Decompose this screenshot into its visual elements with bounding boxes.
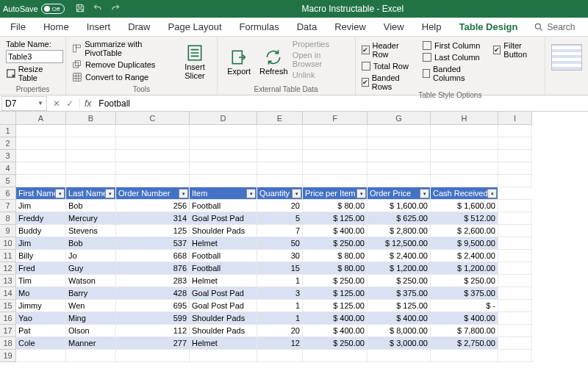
row-header[interactable]: 8 (0, 212, 16, 225)
check-total-row[interactable]: Total Row (362, 62, 412, 71)
cell[interactable]: $ 2,400.00 (431, 250, 498, 262)
column-header[interactable]: H (431, 112, 498, 125)
cell[interactable] (303, 125, 368, 137)
cell[interactable] (257, 162, 303, 175)
tab-page-layout[interactable]: Page Layout (161, 18, 229, 35)
cell[interactable]: 7 (257, 225, 303, 237)
fx-icon[interactable]: fx (80, 98, 96, 109)
row-header[interactable]: 18 (0, 337, 16, 350)
cell[interactable] (498, 175, 532, 187)
cell[interactable]: Barry (66, 287, 116, 300)
insert-slicer-button[interactable]: Insert Slicer (179, 40, 210, 84)
cell[interactable]: $ 250.00 (303, 237, 368, 250)
tab-formulas[interactable]: Formulas (232, 18, 287, 35)
spreadsheet-grid[interactable]: ABCDEFGHI 12345678910111213141516171819 … (0, 112, 588, 382)
cell[interactable]: Cole (16, 337, 66, 350)
cell[interactable]: 1 (257, 300, 303, 312)
cell[interactable]: 314 (116, 212, 190, 225)
cancel-icon[interactable]: ✕ (53, 98, 60, 109)
table-header-cell[interactable]: Order Price▾ (368, 187, 431, 200)
row-header[interactable]: 9 (0, 225, 16, 237)
cell[interactable]: $ 125.00 (303, 287, 368, 300)
cell[interactable]: Goal Post Pad (190, 287, 257, 300)
row-header[interactable]: 5 (0, 175, 16, 187)
filter-icon[interactable]: ▾ (179, 189, 188, 198)
cell[interactable]: 277 (116, 337, 190, 350)
save-icon[interactable] (75, 3, 85, 15)
cell[interactable]: Mo (16, 287, 66, 300)
cell[interactable]: $ 125.00 (303, 212, 368, 225)
cell[interactable] (368, 137, 431, 150)
enter-icon[interactable]: ✓ (66, 98, 74, 109)
cell[interactable] (257, 150, 303, 162)
cell[interactable] (257, 125, 303, 137)
cell[interactable] (116, 175, 190, 187)
cell[interactable] (16, 350, 66, 362)
cell[interactable]: 112 (116, 325, 190, 337)
cell[interactable]: Jim (16, 237, 66, 250)
check-filter-button[interactable]: ✔Filter Button (493, 41, 539, 59)
cell[interactable]: 5 (257, 212, 303, 225)
cell[interactable] (66, 350, 116, 362)
cell[interactable]: $ 1,200.00 (368, 262, 431, 275)
table-style-preview[interactable] (551, 44, 582, 71)
check-last-column[interactable]: Last Column (423, 53, 483, 62)
cell[interactable]: Jimmy (16, 300, 66, 312)
cell[interactable] (190, 162, 257, 175)
cell[interactable]: Football (190, 250, 257, 262)
cell[interactable]: $ 400.00 (303, 312, 368, 325)
cell[interactable] (431, 162, 498, 175)
cell[interactable]: 537 (116, 237, 190, 250)
cell[interactable]: $ 80.00 (303, 262, 368, 275)
cell[interactable] (66, 137, 116, 150)
column-header[interactable]: G (368, 112, 431, 125)
cell[interactable] (368, 175, 431, 187)
cell[interactable] (190, 125, 257, 137)
cell[interactable] (498, 162, 532, 175)
cell[interactable] (431, 175, 498, 187)
cell[interactable]: Tim (16, 275, 66, 287)
cell[interactable]: $ 1,600.00 (368, 200, 431, 212)
cell[interactable]: Helmet (190, 237, 257, 250)
cell[interactable] (16, 137, 66, 150)
cell[interactable]: $ 1,600.00 (431, 200, 498, 212)
cell[interactable]: $ 2,800.00 (368, 225, 431, 237)
column-header[interactable]: I (498, 112, 532, 125)
row-header[interactable]: 11 (0, 250, 16, 262)
cell[interactable]: Buddy (16, 225, 66, 237)
cell[interactable] (368, 125, 431, 137)
cell[interactable]: $ 2,750.00 (431, 337, 498, 350)
cell[interactable] (257, 137, 303, 150)
cell[interactable]: Wen (66, 300, 116, 312)
cell[interactable]: $ 250.00 (431, 275, 498, 287)
tab-table-design[interactable]: Table Design (452, 18, 526, 35)
tab-help[interactable]: Help (415, 18, 449, 35)
cell[interactable]: Yao (16, 312, 66, 325)
cell[interactable] (116, 150, 190, 162)
cell[interactable]: 50 (257, 237, 303, 250)
cell[interactable]: Billy (16, 250, 66, 262)
cell[interactable]: 599 (116, 312, 190, 325)
remove-duplicates-button[interactable]: Remove Duplicates (72, 60, 176, 70)
cell[interactable]: 283 (116, 275, 190, 287)
cell[interactable]: Jo (66, 250, 116, 262)
cell[interactable]: $ 80.00 (303, 250, 368, 262)
cell[interactable]: Bob (66, 200, 116, 212)
cell[interactable] (498, 125, 532, 137)
column-header[interactable]: C (116, 112, 190, 125)
row-header[interactable]: 7 (0, 200, 16, 212)
cell[interactable]: $ 375.00 (431, 287, 498, 300)
cell[interactable]: $ 9,500.00 (431, 237, 498, 250)
tab-insert[interactable]: Insert (79, 18, 118, 35)
cell[interactable]: Shoulder Pads (190, 312, 257, 325)
cell[interactable]: 428 (116, 287, 190, 300)
row-header[interactable]: 3 (0, 150, 16, 162)
table-header-cell[interactable]: Price per Item▾ (303, 187, 368, 200)
check-header-row[interactable]: ✔Header Row (362, 41, 412, 59)
table-header-cell[interactable]: Last Name▾ (66, 187, 116, 200)
check-banded-rows[interactable]: ✔Banded Rows (362, 73, 412, 91)
cell[interactable] (66, 162, 116, 175)
cell[interactable]: $ 250.00 (303, 337, 368, 350)
cell[interactable]: $ 12,500.00 (368, 237, 431, 250)
cell[interactable]: $ 2,600.00 (431, 225, 498, 237)
